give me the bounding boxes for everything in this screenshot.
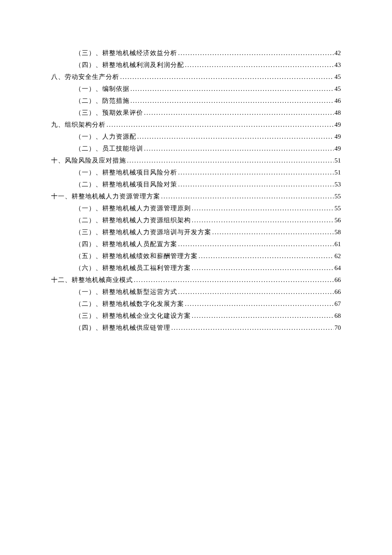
toc-entry: （四）、耕整地机械人员配置方案61 (51, 240, 341, 248)
toc-entry: 十、风险风险及应对措施51 (51, 157, 341, 165)
toc-entry: （四）、耕整地机械利润及利润分配43 (51, 61, 341, 69)
toc-entry: （六）、耕整地机械员工福利管理方案64 (51, 264, 341, 272)
toc-entry-label: （二）、员工技能培训 (75, 145, 143, 153)
toc-entry-label: （三）、耕整地机械经济效益分析 (75, 49, 177, 57)
toc-entry: （二）、耕整地机械人力资源组织架构56 (51, 216, 341, 224)
toc-leader-dots (119, 73, 334, 81)
toc-entry-label: 八、劳动安全生产分析 (51, 73, 119, 81)
toc-entry-label: （一）、耕整地机械项目风险分析 (75, 169, 177, 177)
toc-leader-dots (130, 85, 334, 93)
toc-entry: （五）、耕整地机械绩效和薪酬管理方案62 (51, 252, 341, 260)
toc-entry-label: （三）、耕整地机械人力资源培训与开发方案 (75, 228, 211, 236)
toc-entry-page: 55 (334, 205, 341, 212)
toc-leader-dots (177, 169, 334, 176)
toc-entry-label: （一）、人力资源配 (75, 133, 136, 141)
toc-entry-label: （三）、耕整地机械企业文化建设方案 (75, 312, 191, 320)
toc-entry: （二）、防范措施46 (51, 97, 341, 105)
toc-entry-label: （二）、耕整地机械项目风险对策 (75, 180, 177, 189)
toc-leader-dots (177, 288, 334, 296)
toc-entry-page: 58 (334, 229, 341, 236)
toc-leader-dots (170, 324, 334, 331)
toc-entry-page: 49 (334, 133, 341, 140)
toc-entry: （三）、耕整地机械经济效益分析42 (51, 49, 341, 57)
toc-entry-page: 45 (334, 85, 341, 93)
toc-entry-label: 十二、耕整地机械商业模式 (51, 276, 133, 284)
toc-leader-dots (191, 312, 334, 320)
toc-entry: （一）、耕整地机械新型运营方式66 (51, 288, 341, 296)
toc-leader-dots (136, 133, 334, 140)
toc-entry: 八、劳动安全生产分析45 (51, 73, 341, 81)
toc-entry-page: 62 (334, 253, 341, 260)
toc-leader-dots (143, 109, 334, 116)
toc-leader-dots (133, 276, 334, 284)
toc-leader-dots (160, 193, 334, 200)
toc-entry: （一）、耕整地机械项目风险分析51 (51, 169, 341, 177)
toc-leader-dots (177, 241, 334, 248)
toc-leader-dots (143, 145, 334, 152)
toc-entry: 九、组织架构分析49 (51, 121, 341, 129)
toc-entry: （四）、耕整地机械供应链管理70 (51, 324, 341, 332)
toc-entry-label: 十、风险风险及应对措施 (51, 157, 126, 165)
toc-entry-label: 九、组织架构分析 (51, 121, 106, 129)
toc-entry: （二）、员工技能培训49 (51, 145, 341, 153)
toc-entry: （一）、耕整地机械人力资源管理原则55 (51, 204, 341, 212)
toc-entry-label: （四）、耕整地机械利润及利润分配 (75, 61, 184, 69)
toc-entry-label: （二）、防范措施 (75, 97, 130, 105)
toc-entry-page: 49 (334, 121, 341, 128)
toc-entry-page: 48 (334, 109, 341, 116)
toc-entry-page: 66 (334, 276, 341, 284)
toc-entry-label: （三）、预期效果评价 (75, 109, 143, 117)
toc-entry-page: 51 (334, 169, 341, 176)
toc-entry: 十二、耕整地机械商业模式66 (51, 276, 341, 284)
toc-entry-label: （一）、耕整地机械人力资源管理原则 (75, 204, 191, 212)
toc-entry-label: （五）、耕整地机械绩效和薪酬管理方案 (75, 252, 198, 260)
toc-entry-page: 51 (334, 157, 341, 164)
toc-leader-dots (177, 49, 334, 57)
toc-entry-page: 61 (334, 241, 341, 248)
toc-entry-label: （一）、耕整地机械新型运营方式 (75, 288, 177, 296)
toc-entry-page: 70 (334, 324, 341, 331)
toc-entry: （三）、耕整地机械人力资源培训与开发方案58 (51, 228, 341, 236)
toc-leader-dots (130, 97, 334, 105)
toc-leader-dots (126, 157, 334, 164)
toc-entry-page: 66 (334, 288, 341, 296)
toc-leader-dots (106, 121, 334, 128)
toc-entry-page: 43 (334, 61, 341, 69)
toc-entry-label: （四）、耕整地机械人员配置方案 (75, 240, 177, 248)
toc-leader-dots (191, 217, 334, 224)
toc-entry: 十一、耕整地机械人力资源管理方案55 (51, 192, 341, 200)
toc-leader-dots (177, 181, 334, 188)
toc-entry: （三）、耕整地机械企业文化建设方案68 (51, 312, 341, 320)
toc-entry-page: 67 (334, 300, 341, 308)
toc-entry-label: （四）、耕整地机械供应链管理 (75, 324, 170, 332)
toc-leader-dots (184, 300, 334, 308)
toc-leader-dots (191, 264, 334, 272)
toc-entry: （三）、预期效果评价48 (51, 109, 341, 117)
table-of-contents: （三）、耕整地机械经济效益分析42（四）、耕整地机械利润及利润分配43八、劳动安… (51, 49, 341, 332)
toc-entry-label: 十一、耕整地机械人力资源管理方案 (51, 192, 160, 200)
toc-entry: （一）、编制依据45 (51, 85, 341, 93)
toc-leader-dots (211, 229, 334, 236)
toc-leader-dots (198, 253, 334, 260)
toc-entry-page: 64 (334, 264, 341, 272)
toc-entry-page: 53 (334, 181, 341, 188)
toc-entry-label: （二）、耕整地机械人力资源组织架构 (75, 216, 191, 224)
toc-entry: （一）、人力资源配49 (51, 133, 341, 141)
toc-entry-page: 49 (334, 145, 341, 152)
toc-entry: （二）、耕整地机械数字化发展方案67 (51, 300, 341, 308)
toc-entry-page: 56 (334, 217, 341, 224)
toc-entry-label: （二）、耕整地机械数字化发展方案 (75, 300, 184, 308)
toc-entry-page: 55 (334, 193, 341, 200)
toc-entry-page: 68 (334, 312, 341, 320)
toc-entry-page: 46 (334, 97, 341, 105)
toc-entry: （二）、耕整地机械项目风险对策53 (51, 180, 341, 189)
toc-leader-dots (184, 61, 334, 69)
toc-entry-page: 42 (334, 49, 341, 57)
toc-entry-label: （一）、编制依据 (75, 85, 130, 93)
toc-entry-page: 45 (334, 73, 341, 81)
toc-entry-label: （六）、耕整地机械员工福利管理方案 (75, 264, 191, 272)
toc-leader-dots (191, 205, 334, 212)
